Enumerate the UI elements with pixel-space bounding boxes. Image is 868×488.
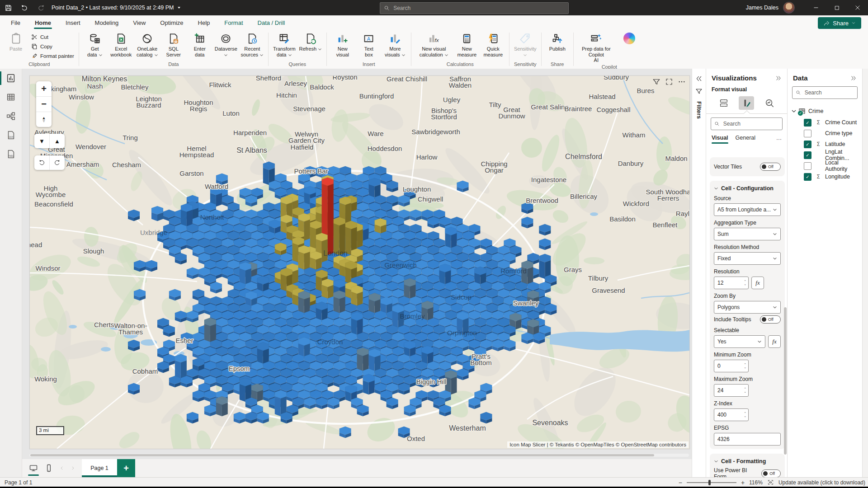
refresh-button[interactable]: Refresh (297, 31, 324, 52)
menu-tab-help[interactable]: Help (191, 15, 217, 30)
update-available-link[interactable]: Update available (click to download) (778, 479, 865, 486)
filter-icon[interactable] (695, 88, 703, 95)
avatar[interactable] (783, 2, 795, 14)
new-visual-calculation-button[interactable]: fxNew visual calculation (414, 31, 454, 57)
vector-tiles-toggle[interactable]: Off (760, 163, 781, 171)
field-crime-count[interactable]: ✓ΣCrime Count (791, 117, 859, 128)
document-title[interactable]: Point Data_2 • Last saved: 9/10/2025 at … (52, 5, 181, 11)
new-visual-button[interactable]: New visual (330, 31, 356, 57)
new-page-button[interactable]: + (117, 459, 135, 477)
recent-sources-button[interactable]: Recent sources (239, 31, 265, 57)
card-title[interactable]: Cell - Configuration (714, 185, 781, 192)
field-checkbox[interactable]: ✓ (804, 173, 811, 181)
close-button[interactable] (847, 0, 868, 15)
publish-button[interactable]: Publish (544, 31, 571, 52)
menu-tab-format[interactable]: Format (217, 15, 250, 30)
transform-data-button[interactable]: Transform data (271, 31, 297, 57)
selectable-fx-button[interactable]: fx (768, 335, 781, 348)
source-dropdown[interactable]: A5 from Longitude a... (714, 203, 781, 216)
z-index-spinner[interactable]: 400⌃⌄ (714, 408, 749, 421)
fit-to-page-icon[interactable] (767, 479, 774, 486)
desktop-layout-button[interactable] (26, 459, 41, 477)
sidebar-item-report-view[interactable] (0, 69, 22, 88)
field-checkbox[interactable] (804, 162, 811, 170)
save-icon[interactable] (3, 3, 13, 13)
epsg-input[interactable]: 4326 (714, 433, 781, 446)
data-search-input[interactable] (804, 89, 854, 96)
resolution-fx-button[interactable]: fx (751, 277, 764, 289)
collapse-pane-icon[interactable] (775, 75, 782, 81)
sidebar-item-model-view[interactable] (0, 107, 22, 126)
more-options-icon[interactable] (678, 78, 686, 86)
undo-icon[interactable] (19, 3, 29, 13)
pitch-down-button[interactable]: ▼ (34, 134, 50, 148)
filter-icon[interactable] (652, 78, 660, 86)
pitch-up-button[interactable]: ▲ (50, 134, 65, 148)
copilot-button[interactable] (616, 31, 642, 44)
selectable-dropdown[interactable]: Yes (714, 335, 765, 348)
sidebar-item-table-view[interactable] (0, 88, 22, 107)
mobile-layout-button[interactable] (41, 459, 57, 477)
menu-tab-optimize[interactable]: Optimize (153, 15, 190, 30)
copy-button[interactable]: Copy (29, 42, 76, 51)
sensitivity-button[interactable]: Sensitivity (512, 31, 538, 57)
next-page-arrow[interactable] (67, 459, 78, 477)
aggregation-type-dropdown[interactable]: Sum (714, 228, 781, 240)
menu-tab-modeling[interactable]: Modeling (88, 15, 126, 30)
analytics-tab[interactable] (762, 96, 777, 110)
rotate-ccw-button[interactable] (34, 155, 50, 170)
zoom-by-dropdown[interactable]: Polygons (714, 301, 781, 314)
tab-general[interactable]: General (736, 135, 755, 144)
onelake-catalog-button[interactable]: OneLake catalog (134, 31, 160, 57)
tab-visual[interactable]: Visual (712, 135, 728, 144)
data-search[interactable] (792, 86, 858, 99)
page-tab[interactable]: Page 1 (82, 459, 117, 477)
zoom-level[interactable]: 116% (749, 479, 763, 486)
menu-tab-file[interactable]: File (4, 15, 28, 30)
maximize-button[interactable] (826, 0, 847, 15)
user-name[interactable]: James Dales (746, 5, 778, 11)
map-visual[interactable]: LondonNortholtUxbridgeGreenwichRomfordSi… (30, 76, 689, 449)
menu-tab-insert[interactable]: Insert (58, 15, 88, 30)
cut-button[interactable]: Cut (29, 32, 76, 42)
new-measure-button[interactable]: New measure (454, 31, 480, 57)
collapse-pane-icon[interactable] (850, 75, 857, 81)
menu-tab-home[interactable]: Home (28, 15, 58, 30)
format-pane-scrollbar[interactable] (784, 307, 787, 455)
field-checkbox[interactable] (804, 130, 811, 137)
include-tooltips-toggle[interactable]: Off (760, 315, 781, 324)
focus-mode-icon[interactable] (665, 78, 673, 86)
format-painter-button[interactable]: Format painter (29, 51, 76, 61)
format-visual-tab[interactable] (739, 96, 754, 110)
field-checkbox[interactable]: ✓ (804, 151, 811, 159)
expand-filters-icon[interactable] (695, 75, 703, 82)
enter-data-button[interactable]: Enter data (187, 31, 213, 57)
sidebar-item-dax-query-view[interactable]: DAX (0, 126, 22, 145)
minimum-zoom-spinner[interactable]: 0⌃⌄ (714, 360, 749, 372)
build-visual-tab[interactable] (716, 96, 731, 110)
sql-server-button[interactable]: SQL Server (160, 31, 187, 57)
field-checkbox[interactable]: ✓ (804, 119, 811, 127)
table-crime[interactable]: ✓Crime (791, 105, 859, 117)
sidebar-item-tmdl-view[interactable]: TMDL (0, 145, 22, 164)
maximum-zoom-spinner[interactable]: 24⌃⌄ (714, 384, 749, 397)
text-box-button[interactable]: AText box (356, 31, 382, 57)
search-input[interactable] (392, 5, 565, 12)
more-format-options-icon[interactable]: ··· (776, 136, 782, 142)
tilt-toggle-button[interactable]: ▲▼ (36, 112, 52, 127)
zoom-slider[interactable] (687, 482, 736, 483)
canvas-horizontal-scrollbar[interactable] (29, 454, 689, 457)
minimize-button[interactable] (806, 0, 826, 15)
previous-page-arrow[interactable] (57, 459, 67, 477)
menu-tab-data-drill[interactable]: Data / Drill (250, 15, 292, 30)
zoom-out-status-icon[interactable]: − (679, 479, 682, 486)
card-title[interactable]: Cell - Formatting (714, 458, 781, 465)
field-local-authority[interactable]: Local Authority (791, 160, 859, 171)
report-page[interactable]: LondonNortholtUxbridgeGreenwichRomfordSi… (29, 75, 690, 449)
resolution-method-dropdown[interactable]: Fixed (714, 252, 781, 265)
share-button[interactable]: Share (818, 17, 861, 29)
excel-workbook-button[interactable]: Excel workbook (108, 31, 134, 57)
resolution-spinner[interactable]: 12⌃⌄ (714, 277, 749, 289)
use-power-bi-form--toggle[interactable]: Off (761, 469, 781, 477)
field-lnglat-combin-[interactable]: ✓LngLat Combin... (791, 150, 859, 160)
